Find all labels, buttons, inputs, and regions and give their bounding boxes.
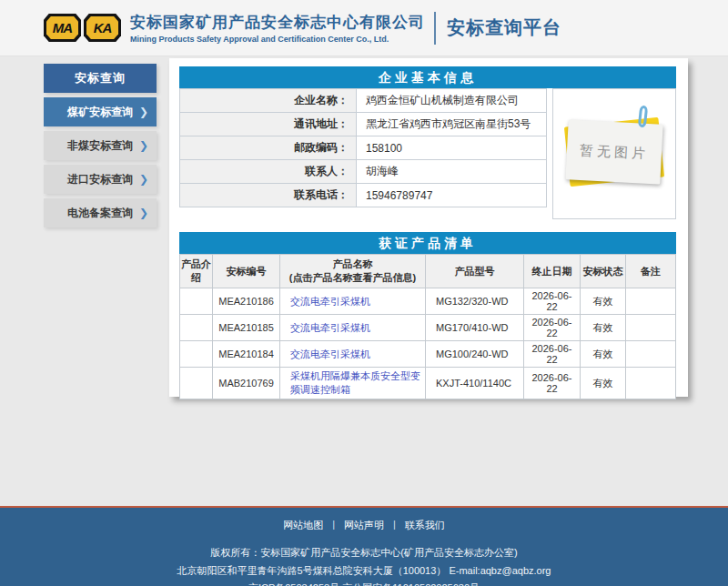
sidebar-item-label: 非煤安标查询 — [67, 138, 133, 154]
cell-product-name: 交流电牵引采煤机 — [280, 341, 426, 368]
cell-end-date: 2026-06-22 — [524, 288, 581, 315]
sidebar-item-label: 电池备案查询 — [67, 206, 133, 221]
col-cert-no: 安标编号 — [213, 255, 280, 288]
company-info-section: 企业名称： 鸡西金恒矿山机械制造有限公司 通讯地址： 黑龙江省鸡西市鸡冠区南星街… — [179, 88, 676, 219]
product-list-title: 获证产品清单 — [179, 232, 676, 254]
sidebar-item-label: 煤矿安标查询 — [67, 105, 133, 120]
cell-product-name: 交流电牵引采煤机 — [280, 315, 426, 341]
cell-status: 有效 — [581, 368, 626, 399]
header-divider — [434, 12, 436, 45]
sidebar-title: 安标查询 — [44, 64, 157, 93]
page-header: MA KA 安标国家矿用产品安全标志中心有限公司 Mining Products… — [0, 0, 728, 56]
footer-icp: 京ICP备05034258号 京公网安备11010502025630号 — [0, 581, 728, 586]
table-row: MEA210185 交流电牵引采煤机 MG170/410-WD 2026-06-… — [180, 315, 676, 341]
address-label: 通讯地址： — [180, 113, 357, 136]
table-row: 通讯地址： 黑龙江省鸡西市鸡冠区南星街53号 — [180, 113, 547, 136]
company-name-value: 鸡西金恒矿山机械制造有限公司 — [357, 89, 547, 113]
chevron-right-icon: ❯ — [139, 173, 148, 186]
no-image-placeholder: 暂无图片 — [567, 122, 662, 182]
address-value: 黑龙江省鸡西市鸡冠区南星街53号 — [357, 113, 547, 136]
table-row: MEA210184 交流电牵引采煤机 MG100/240-WD 2026-06-… — [180, 341, 676, 368]
maka-logo-icon: MA KA — [44, 14, 121, 42]
col-remark: 备注 — [626, 255, 676, 288]
logo-badge-ma: MA — [44, 14, 81, 42]
company-name-label: 企业名称： — [180, 89, 357, 113]
col-product-name-line1: 产品名称 — [281, 258, 424, 271]
sidebar-item-import-query[interactable]: 进口安标查询 ❯ — [44, 165, 157, 194]
footer-address: 北京朝阳区和平里青年沟路5号煤科总院安科大厦（100013） E-mail:aq… — [0, 564, 728, 578]
org-name-cn: 安标国家矿用产品安全标志中心有限公司 — [130, 12, 425, 33]
product-list-table: 产品介绍 安标编号 产品名称 (点击产品名称查看产品信息) 产品型号 终止日期 … — [179, 254, 676, 399]
page-footer: 网站地图 | 网站声明 | 联系我们 版权所有：安标国家矿用产品安全标志中心(矿… — [0, 508, 728, 586]
sidebar-item-label: 进口安标查询 — [67, 172, 133, 187]
cell-product-intro — [180, 368, 213, 399]
col-product-model: 产品型号 — [426, 255, 524, 288]
product-name-link[interactable]: 交流电牵引采煤机 — [290, 349, 370, 359]
table-row: 联系电话： 15946789747 — [180, 184, 547, 207]
footer-link-statement[interactable]: 网站声明 — [344, 519, 384, 532]
contact-person-label: 联系人： — [180, 160, 357, 184]
footer-separator: | — [393, 519, 396, 532]
contact-person-value: 胡海峰 — [357, 160, 547, 184]
cell-cert-no: MEA210184 — [213, 341, 280, 368]
product-name-link[interactable]: 交流电牵引采煤机 — [290, 322, 370, 333]
col-product-name: 产品名称 (点击产品名称查看产品信息) — [280, 255, 426, 288]
org-names: 安标国家矿用产品安全标志中心有限公司 Mining Products Safet… — [130, 12, 425, 44]
cell-end-date: 2026-06-22 — [524, 341, 581, 368]
col-status: 安标状态 — [581, 255, 626, 288]
chevron-right-icon: ❯ — [139, 139, 148, 152]
cell-status: 有效 — [581, 341, 626, 368]
sidebar: 安标查询 煤矿安标查询 ❯ 非煤安标查询 ❯ 进口安标查询 ❯ 电池备案查询 ❯ — [44, 64, 157, 227]
cell-product-intro — [180, 315, 213, 341]
footer-copyright: 版权所有：安标国家矿用产品安全标志中心(矿用产品安全标志办公室) — [0, 546, 728, 560]
table-row: MAB210769 采煤机用隔爆兼本质安全型变频调速控制箱 KXJT-410/1… — [180, 368, 676, 399]
cell-cert-no: MEA210185 — [213, 315, 280, 341]
chevron-right-icon: ❯ — [139, 106, 148, 118]
cell-product-model: KXJT-410/1140C — [426, 368, 524, 399]
col-product-intro: 产品介绍 — [180, 255, 213, 288]
company-info-title: 企业基本信息 — [179, 66, 676, 88]
footer-links: 网站地图 | 网站声明 | 联系我们 — [0, 508, 728, 532]
table-row: 联系人： 胡海峰 — [180, 160, 547, 184]
cell-end-date: 2026-06-22 — [524, 315, 581, 341]
chevron-right-icon: ❯ — [139, 207, 148, 219]
sidebar-item-battery-query[interactable]: 电池备案查询 ❯ — [44, 198, 157, 227]
no-image-text: 暂无图片 — [565, 119, 662, 184]
footer-link-sitemap[interactable]: 网站地图 — [283, 519, 323, 532]
cell-remark — [626, 341, 676, 368]
contact-phone-label: 联系电话： — [180, 184, 357, 207]
footer-link-contact[interactable]: 联系我们 — [405, 519, 445, 532]
cell-product-model: MG100/240-WD — [426, 341, 524, 368]
sidebar-item-noncoal-query[interactable]: 非煤安标查询 ❯ — [44, 131, 157, 160]
org-name-en: Mining Products Safety Approval and Cert… — [130, 35, 425, 44]
col-product-name-hint: (点击产品名称查看产品信息) — [281, 271, 424, 285]
cell-remark — [626, 288, 676, 315]
product-name-link[interactable]: 采煤机用隔爆兼本质安全型变频调速控制箱 — [290, 370, 420, 395]
postcode-label: 邮政编码： — [180, 136, 357, 160]
cell-remark — [626, 368, 676, 399]
logo-badge-ka: KA — [84, 14, 121, 42]
product-name-link[interactable]: 交流电牵引采煤机 — [290, 296, 370, 307]
table-row: 邮政编码： 158100 — [180, 136, 547, 160]
postcode-value: 158100 — [357, 136, 547, 160]
cell-product-name: 交流电牵引采煤机 — [280, 288, 426, 315]
platform-title: 安标查询平台 — [447, 15, 561, 40]
table-row: MEA210186 交流电牵引采煤机 MG132/320-WD 2026-06-… — [180, 288, 676, 315]
cell-end-date: 2026-06-22 — [524, 368, 581, 399]
main-area: 安标查询 煤矿安标查询 ❯ 非煤安标查询 ❯ 进口安标查询 ❯ 电池备案查询 ❯… — [0, 56, 728, 506]
cell-product-intro — [180, 341, 213, 368]
content-panel: 企业基本信息 企业名称： 鸡西金恒矿山机械制造有限公司 通讯地址： 黑龙江省鸡西… — [169, 58, 688, 397]
cell-product-name: 采煤机用隔爆兼本质安全型变频调速控制箱 — [280, 368, 426, 399]
cell-cert-no: MEA210186 — [213, 288, 280, 315]
cell-remark — [626, 315, 676, 341]
logo-badge-ma-text: MA — [46, 16, 78, 39]
cell-product-model: MG170/410-WD — [426, 315, 524, 341]
cell-status: 有效 — [581, 288, 626, 315]
table-row: 企业名称： 鸡西金恒矿山机械制造有限公司 — [180, 89, 547, 113]
cell-product-model: MG132/320-WD — [426, 288, 524, 315]
cell-status: 有效 — [581, 315, 626, 341]
footer-separator: | — [332, 519, 335, 532]
cell-cert-no: MAB210769 — [213, 368, 280, 399]
table-header-row: 产品介绍 安标编号 产品名称 (点击产品名称查看产品信息) 产品型号 终止日期 … — [180, 255, 676, 288]
sidebar-item-coal-query[interactable]: 煤矿安标查询 ❯ — [44, 97, 157, 126]
